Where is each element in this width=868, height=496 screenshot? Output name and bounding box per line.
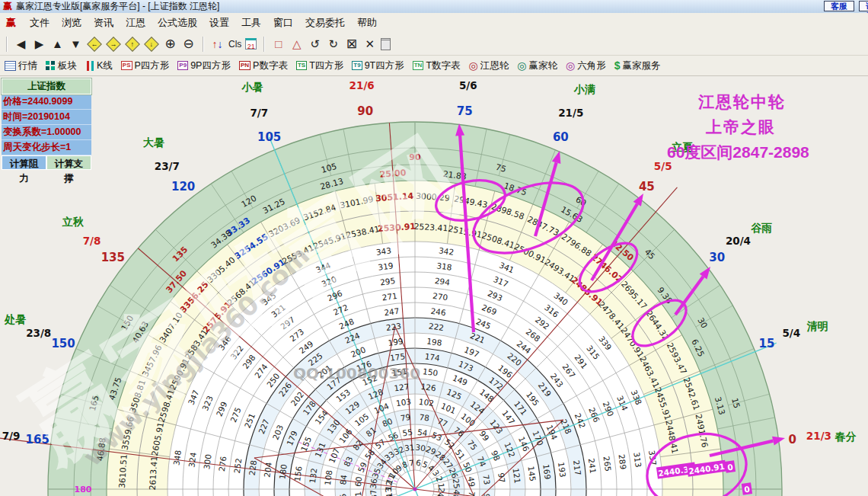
calc-support-button[interactable]: 计算支撑	[46, 155, 91, 170]
toolbar-button-label: T数字表	[426, 59, 460, 72]
diamond-right-icon[interactable]: →	[106, 37, 121, 52]
toolbar-separator	[203, 37, 203, 52]
toolbar-button-赢家轮[interactable]: ◎赢家轮	[517, 59, 557, 72]
annotation-line-2: 上帝之眼	[706, 117, 776, 138]
annotation-line-1: 江恩轮中轮	[698, 91, 786, 113]
svg-text:30: 30	[709, 251, 725, 264]
svg-text:84: 84	[338, 474, 349, 485]
svg-text:60: 60	[553, 130, 569, 144]
toolbar-button-P四方形[interactable]: PSP四方形	[121, 59, 170, 72]
menu-item-7[interactable]: 窗口	[267, 14, 299, 32]
svg-text:5/4: 5/4	[782, 327, 800, 339]
diamond-down-icon[interactable]: ↓	[144, 37, 159, 52]
pointer-down-icon[interactable]: ▼	[69, 38, 83, 50]
toolbar-button-赢家服务[interactable]: $赢家服务	[614, 59, 661, 72]
svg-text:72: 72	[467, 491, 477, 496]
toolbar-button-行情[interactable]: 行情	[5, 59, 37, 72]
toolbar-button-板块[interactable]: 板块	[46, 59, 77, 72]
menu-item-9[interactable]: 帮助	[351, 14, 383, 32]
hexagon-icon: ◎	[566, 60, 575, 71]
svg-text:5/6: 5/6	[459, 79, 477, 91]
svg-text:24: 24	[436, 487, 447, 496]
forum-button[interactable]: 论坛	[859, 1, 868, 11]
app-window: { "window": { "title": "赢家江恩专业版[赢家服务平台] …	[0, 0, 868, 496]
price-row: 价格=2440.9099	[2, 94, 91, 110]
cls-icon[interactable]: Cls	[228, 39, 241, 50]
svg-text:23/8: 23/8	[26, 327, 51, 339]
toolbar-button-K线[interactable]: K线	[85, 59, 113, 72]
toolbar-button-label: 9P四方形	[190, 59, 231, 72]
svg-text:180: 180	[75, 485, 92, 494]
svg-text:79: 79	[400, 412, 411, 423]
menu-item-6[interactable]: 工具	[235, 14, 267, 32]
toolbar-button-T四方形[interactable]: TST四方形	[296, 59, 343, 72]
svg-text:7/8: 7/8	[83, 235, 101, 247]
toolbar-button-9T四方形[interactable]: T99T四方形	[352, 59, 404, 72]
toolbar-button-P数字表[interactable]: PNP数字表	[239, 59, 288, 72]
svg-text:7/7: 7/7	[250, 107, 268, 119]
svg-text:49: 49	[467, 476, 477, 488]
toolbar-button-江恩轮[interactable]: ◎江恩轮	[469, 59, 509, 72]
svg-text:QQ:100800360: QQ:100800360	[293, 364, 420, 382]
panel-title: 上证指数	[2, 78, 91, 94]
back-icon[interactable]: ◀	[14, 38, 28, 50]
svg-text:立秋: 立秋	[62, 216, 85, 228]
rotate-cw-icon[interactable]: ↻	[326, 38, 340, 50]
svg-text:21/3: 21/3	[806, 430, 831, 442]
updown-arrows-icon[interactable]: ↑↓	[210, 38, 225, 50]
customer-service-button[interactable]: 客服	[824, 1, 854, 11]
blocks-icon	[46, 61, 49, 65]
menu-item-8[interactable]: 交易委托	[299, 14, 351, 32]
zoom-out-icon[interactable]: ⊖	[181, 37, 196, 50]
toolbar-separator	[6, 37, 7, 52]
pointer-up-icon[interactable]: ▲	[50, 38, 65, 50]
toolbar-button-label: T四方形	[309, 59, 343, 72]
svg-text:45: 45	[639, 180, 655, 194]
diamond-up-icon[interactable]: ↑	[125, 37, 140, 52]
svg-text:30: 30	[415, 443, 426, 453]
svg-text:135: 135	[101, 251, 125, 264]
toolbar-button-9P四方形[interactable]: P99P四方形	[177, 59, 231, 72]
svg-text:23/7: 23/7	[155, 160, 180, 172]
toolbar-button-label: 赢家服务	[623, 59, 661, 72]
chart-type-toolbar: 行情板块K线PSP四方形P99P四方形PNP数字表TST四方形T99T四方形TN…	[0, 56, 868, 76]
clear-tool-icon[interactable]	[381, 38, 391, 50]
boxed-x-icon[interactable]: ⊠	[344, 37, 359, 50]
svg-text:90: 90	[357, 104, 373, 118]
fit-view-icon[interactable]: ✕	[362, 38, 377, 50]
menu-item-2[interactable]: 资讯	[88, 14, 120, 32]
quote-table-icon	[5, 61, 16, 71]
triangle-tool-icon[interactable]: △	[289, 38, 304, 50]
app-logo-icon: 赢	[3, 0, 12, 13]
service-icon: $	[614, 60, 621, 71]
toolbar-button-label: 六角形	[577, 59, 606, 72]
menu-item-3[interactable]: 江恩	[120, 14, 152, 32]
forward-icon[interactable]: ▶	[32, 38, 46, 50]
zoom-in-icon[interactable]: ⊕	[163, 37, 177, 50]
menu-item-5[interactable]: 设置	[203, 14, 235, 32]
toolbar-button-T数字表[interactable]: TNT数字表	[413, 59, 461, 72]
toolbar-button-label: 行情	[18, 59, 37, 72]
calc-resistance-button[interactable]: 计算阻力	[2, 155, 46, 170]
menu-logo-icon: 赢	[6, 16, 16, 30]
menu-item-4[interactable]: 公式选股	[152, 14, 203, 32]
toolbar-button-六角形[interactable]: ◎六角形	[566, 59, 606, 72]
svg-text:36: 36	[369, 478, 379, 489]
menu-item-0[interactable]: 文件	[24, 14, 56, 32]
menu-item-1[interactable]: 浏览	[56, 14, 88, 32]
rect-tool-icon[interactable]: □	[271, 38, 286, 50]
rotate-ccw-icon[interactable]: ↺	[308, 38, 322, 50]
gann-wheel-canvas[interactable]: 1234567891011121314232425262728293031323…	[0, 76, 868, 496]
svg-text:清明: 清明	[806, 320, 828, 332]
menu-bar: 赢 文件浏览资讯江恩公式选股设置工具窗口交易委托帮助	[0, 13, 868, 34]
diamond-left-icon[interactable]: ←	[87, 37, 102, 52]
gann-wheel-icon: ◎	[469, 60, 478, 71]
toolbar-button-label: 赢家轮	[528, 59, 557, 72]
toolbar-button-label: 9T四方形	[365, 59, 404, 72]
svg-text:小暑: 小暑	[241, 81, 263, 93]
coefficient-row: 变换系数=1.00000	[2, 125, 91, 140]
title-bar: 赢 赢家江恩专业版[赢家服务平台] - [上证指数 江恩轮] 客服 论坛	[0, 0, 868, 14]
svg-text:20/4: 20/4	[726, 235, 751, 247]
svg-text:96: 96	[481, 493, 492, 496]
calendar-icon[interactable]: 21	[245, 38, 257, 50]
